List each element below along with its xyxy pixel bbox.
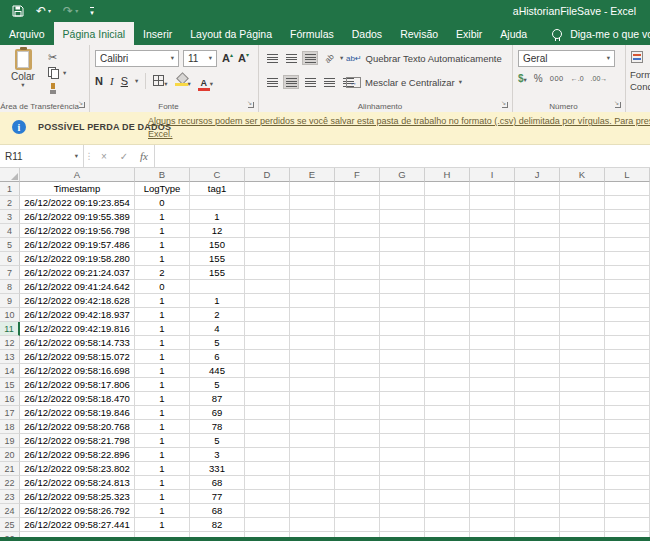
row-number-6[interactable]: 6 xyxy=(0,252,20,266)
column-header-B[interactable]: B xyxy=(135,168,190,182)
cell-C9[interactable]: 1 xyxy=(190,294,245,308)
cell-E25[interactable] xyxy=(290,518,335,532)
increase-decimal-button[interactable]: ←.0 xyxy=(571,75,584,82)
cell-K12[interactable] xyxy=(560,336,605,350)
align-right-button[interactable] xyxy=(302,75,318,89)
cell-D5[interactable] xyxy=(245,238,290,252)
wrap-text-button[interactable]: ab↵ Quebrar Texto Automaticamente xyxy=(346,53,502,64)
cell-K11[interactable] xyxy=(560,322,605,336)
row-number-24[interactable]: 24 xyxy=(0,504,20,518)
cell-H20[interactable] xyxy=(425,448,470,462)
row-number-10[interactable]: 10 xyxy=(0,308,20,322)
cell-G23[interactable] xyxy=(380,490,425,504)
cell-E16[interactable] xyxy=(290,392,335,406)
cell-C17[interactable]: 69 xyxy=(190,406,245,420)
cell-J24[interactable] xyxy=(515,504,560,518)
cell-L21[interactable] xyxy=(605,462,650,476)
cell-J19[interactable] xyxy=(515,434,560,448)
tab-ajuda[interactable]: Ajuda xyxy=(491,22,536,45)
cell-J16[interactable] xyxy=(515,392,560,406)
cell-E10[interactable] xyxy=(290,308,335,322)
accounting-format-button[interactable]: $▾ xyxy=(518,73,527,84)
cell-E22[interactable] xyxy=(290,476,335,490)
cell-F10[interactable] xyxy=(335,308,380,322)
align-left-button[interactable] xyxy=(264,75,280,89)
cell-D1[interactable] xyxy=(245,182,290,196)
cell-K10[interactable] xyxy=(560,308,605,322)
row-number-11[interactable]: 11 xyxy=(0,322,20,336)
align-center-button[interactable] xyxy=(283,75,299,89)
cell-J15[interactable] xyxy=(515,378,560,392)
decrease-indent-button[interactable] xyxy=(321,75,337,89)
cell-B5[interactable]: 1 xyxy=(135,238,190,252)
cell-I6[interactable] xyxy=(470,252,515,266)
cell-B10[interactable]: 1 xyxy=(135,308,190,322)
cell-A16[interactable]: 26/12/2022 09:58:18.470 xyxy=(20,392,135,406)
cell-D23[interactable] xyxy=(245,490,290,504)
cell-J17[interactable] xyxy=(515,406,560,420)
cell-B7[interactable]: 2 xyxy=(135,266,190,280)
cell-L3[interactable] xyxy=(605,210,650,224)
underline-button[interactable]: S xyxy=(121,75,128,87)
column-header-I[interactable]: I xyxy=(470,168,515,182)
cell-C20[interactable]: 3 xyxy=(190,448,245,462)
cell-K2[interactable] xyxy=(560,196,605,210)
decrease-font-button[interactable]: A▾ xyxy=(238,51,249,64)
cell-E3[interactable] xyxy=(290,210,335,224)
cell-B3[interactable]: 1 xyxy=(135,210,190,224)
cell-A10[interactable]: 26/12/2022 09:42:18.937 xyxy=(20,308,135,322)
cell-F7[interactable] xyxy=(335,266,380,280)
cell-A11[interactable]: 26/12/2022 09:42:19.816 xyxy=(20,322,135,336)
cell-C25[interactable]: 82 xyxy=(190,518,245,532)
cell-D25[interactable] xyxy=(245,518,290,532)
cell-G25[interactable] xyxy=(380,518,425,532)
cell-F11[interactable] xyxy=(335,322,380,336)
number-dialog-launcher[interactable] xyxy=(614,101,623,110)
cell-B21[interactable]: 1 xyxy=(135,462,190,476)
cell-A4[interactable]: 26/12/2022 09:19:56.798 xyxy=(20,224,135,238)
cell-L13[interactable] xyxy=(605,350,650,364)
cell-A20[interactable]: 26/12/2022 09:58:22.896 xyxy=(20,448,135,462)
cell-A19[interactable]: 26/12/2022 09:58:21.798 xyxy=(20,434,135,448)
cell-C21[interactable]: 331 xyxy=(190,462,245,476)
cell-G16[interactable] xyxy=(380,392,425,406)
cell-L11[interactable] xyxy=(605,322,650,336)
cell-A24[interactable]: 26/12/2022 09:58:26.792 xyxy=(20,504,135,518)
cell-B16[interactable]: 1 xyxy=(135,392,190,406)
cell-H7[interactable] xyxy=(425,266,470,280)
cell-H12[interactable] xyxy=(425,336,470,350)
conditional-formatting-button[interactable]: Form xyxy=(630,69,650,80)
cell-J12[interactable] xyxy=(515,336,560,350)
cell-C2[interactable] xyxy=(190,196,245,210)
cell-E21[interactable] xyxy=(290,462,335,476)
percent-style-button[interactable]: % xyxy=(534,73,543,84)
cell-I3[interactable] xyxy=(470,210,515,224)
cell-I14[interactable] xyxy=(470,364,515,378)
row-number-12[interactable]: 12 xyxy=(0,336,20,350)
cell-L20[interactable] xyxy=(605,448,650,462)
insert-function-button[interactable]: fx xyxy=(134,150,154,162)
tab-revisao[interactable]: Revisão xyxy=(391,22,447,45)
cell-I13[interactable] xyxy=(470,350,515,364)
cell-D9[interactable] xyxy=(245,294,290,308)
borders-button[interactable]: ▾ xyxy=(153,72,167,90)
cell-G14[interactable] xyxy=(380,364,425,378)
cell-H6[interactable] xyxy=(425,252,470,266)
align-middle-button[interactable] xyxy=(283,51,299,65)
cell-I8[interactable] xyxy=(470,280,515,294)
cell-I11[interactable] xyxy=(470,322,515,336)
cell-J6[interactable] xyxy=(515,252,560,266)
cell-F6[interactable] xyxy=(335,252,380,266)
cell-C16[interactable]: 87 xyxy=(190,392,245,406)
row-number-18[interactable]: 18 xyxy=(0,420,20,434)
font-color-button[interactable]: A▾ xyxy=(198,72,213,91)
row-number-17[interactable]: 17 xyxy=(0,406,20,420)
tab-dados[interactable]: Dados xyxy=(343,22,391,45)
cell-B6[interactable]: 1 xyxy=(135,252,190,266)
cell-L16[interactable] xyxy=(605,392,650,406)
cell-A12[interactable]: 26/12/2022 09:58:14.733 xyxy=(20,336,135,350)
font-size-select[interactable]: 11 ▾ xyxy=(183,50,217,67)
cell-G4[interactable] xyxy=(380,224,425,238)
font-family-select[interactable]: Calibri ▾ xyxy=(95,50,179,67)
cell-D10[interactable] xyxy=(245,308,290,322)
